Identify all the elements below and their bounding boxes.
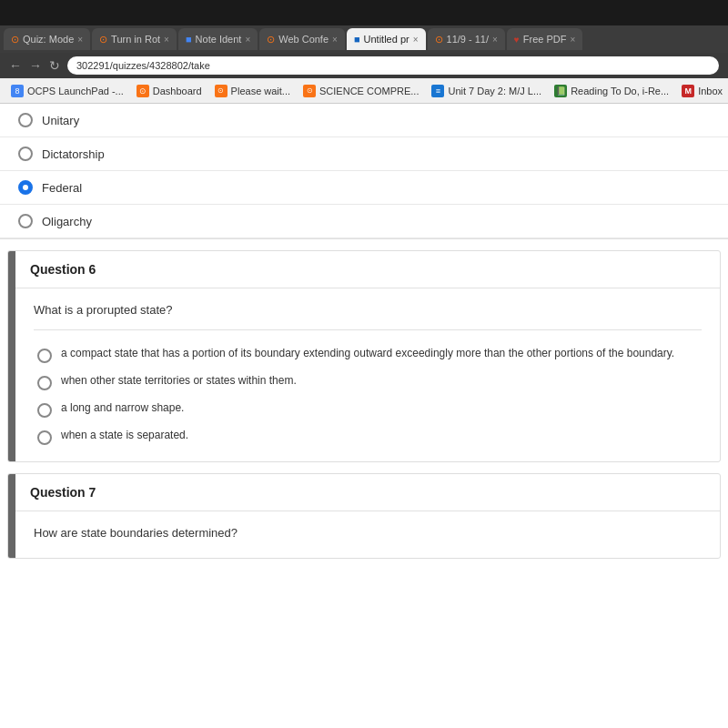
radio-q6-b[interactable]: [37, 376, 52, 390]
tab-web-conf-label: Web Confe: [278, 34, 329, 45]
bookmark-unit7-icon: ≡: [431, 85, 444, 97]
question6-accent: [8, 251, 15, 461]
question6-wrapper: Question 6 What is a prorupted state? a …: [7, 250, 721, 462]
radio-unitary[interactable]: [18, 113, 33, 127]
bookmark-dashboard[interactable]: ⊙ Dashboard: [133, 83, 206, 99]
question6-body: What is a prorupted state? a compact sta…: [15, 288, 720, 461]
question7-text: How are state boundaries determined?: [34, 526, 702, 540]
bookmark-dashboard-icon: ⊙: [136, 85, 149, 97]
tab-note-ident-label: Note Ident: [196, 34, 242, 45]
bookmark-reading-label: Reading To Do, i-Re...: [571, 86, 669, 96]
bookmark-reading[interactable]: 📗 Reading To Do, i-Re...: [551, 83, 672, 99]
prev-question-options: Unitary Dictatorship Federal Oligarchy: [0, 104, 728, 239]
bookmark-inbox-icon: M: [682, 85, 694, 97]
bookmark-please-wait[interactable]: ⊙ Please wait...: [211, 83, 294, 99]
radio-q6-c[interactable]: [37, 403, 52, 418]
option-dictatorship[interactable]: Dictatorship: [0, 137, 728, 171]
tab-quiz-mode[interactable]: ⊙ Quiz: Mode ×: [4, 28, 90, 50]
question7-header: Question 7: [15, 474, 720, 511]
radio-oligarchy[interactable]: [18, 214, 33, 228]
option-unitary[interactable]: Unitary: [0, 104, 728, 137]
bookmark-science-icon: ⊙: [303, 85, 316, 97]
question6-opt-a-label: a compact state that has a portion of it…: [61, 347, 674, 359]
question6-opt-c-label: a long and narrow shape.: [61, 401, 184, 414]
nav-refresh-icon[interactable]: ↻: [49, 58, 60, 73]
question7-accent: [8, 474, 15, 558]
bookmark-unit7[interactable]: ≡ Unit 7 Day 2: M/J L...: [428, 83, 545, 99]
question6-opt-d[interactable]: when a state is separated.: [34, 423, 702, 450]
tab-close-icon2[interactable]: ×: [164, 35, 169, 45]
bookmark-unit7-label: Unit 7 Day 2: M/J L...: [448, 86, 541, 96]
question6-number: Question 6: [30, 262, 96, 277]
tab-close-icon3[interactable]: ×: [245, 35, 250, 45]
tab-close-icon4[interactable]: ×: [332, 35, 338, 45]
nav-back-icon[interactable]: ←: [9, 58, 22, 73]
tab-quiz-mode-label: Quiz: Mode: [23, 34, 74, 45]
option-federal[interactable]: Federal: [0, 171, 728, 205]
question6-header: Question 6: [15, 251, 720, 288]
tab-turn-in-rot[interactable]: ⊙ Turn in Rot ×: [92, 28, 177, 50]
tab-free-pdf[interactable]: ♥ Free PDF ×: [507, 28, 582, 50]
radio-q6-a[interactable]: [37, 349, 52, 363]
bookmark-dashboard-label: Dashboard: [153, 86, 202, 96]
tab-turn-in-rot-label: Turn in Rot: [111, 34, 160, 45]
browser-tabs: ⊙ Quiz: Mode × ⊙ Turn in Rot × ■ Note Id…: [0, 25, 728, 53]
question6-opt-a[interactable]: a compact state that has a portion of it…: [34, 341, 702, 369]
tab-untitled[interactable]: ■ Untitled pr ×: [347, 28, 426, 50]
tab-close-icon[interactable]: ×: [77, 35, 83, 45]
question7-body: How are state boundaries determined?: [15, 511, 720, 558]
question6-opt-b-label: when other state territories or states w…: [61, 374, 297, 387]
option-federal-label: Federal: [42, 181, 82, 195]
tab-11-9[interactable]: ⊙ 11/9 - 11/ ×: [428, 28, 505, 50]
os-bar: [0, 0, 728, 25]
bookmark-inbox-label: Inbox: [698, 86, 723, 96]
tab-web-conf[interactable]: ⊙ Web Confe ×: [259, 28, 345, 50]
tab-free-pdf-label: Free PDF: [523, 34, 567, 45]
question6-content: Question 6 What is a prorupted state? a …: [15, 251, 720, 461]
bookmark-ocps-icon: 8: [11, 85, 24, 97]
address-bar: ← → ↻: [0, 53, 728, 78]
radio-q6-d[interactable]: [37, 430, 52, 445]
question6-opt-d-label: when a state is separated.: [61, 429, 188, 441]
option-oligarchy[interactable]: Oligarchy: [0, 205, 728, 238]
question7-number: Question 7: [30, 485, 96, 500]
nav-forward-icon[interactable]: →: [29, 58, 42, 73]
bookmark-science-label: SCIENCE COMPRE...: [319, 86, 419, 96]
tab-note-ident[interactable]: ■ Note Ident ×: [178, 28, 258, 50]
quiz-container: Unitary Dictatorship Federal Oligarchy: [0, 104, 728, 559]
bookmark-science[interactable]: ⊙ SCIENCE COMPRE...: [299, 83, 422, 99]
bookmarks-bar: 8 OCPS LaunchPad -... ⊙ Dashboard ⊙ Plea…: [0, 78, 728, 104]
question6-text: What is a prorupted state?: [34, 303, 702, 317]
bookmark-reading-icon: 📗: [554, 85, 567, 97]
question6-opt-c[interactable]: a long and narrow shape.: [34, 396, 702, 423]
question7-block: Question 7 How are state boundaries dete…: [7, 473, 721, 559]
bookmark-please-wait-label: Please wait...: [231, 86, 290, 96]
url-input[interactable]: [67, 56, 719, 75]
tab-close-icon5[interactable]: ×: [413, 35, 419, 45]
bookmark-ocps[interactable]: 8 OCPS LaunchPad -...: [7, 83, 127, 99]
question7-wrapper: Question 7 How are state boundaries dete…: [7, 473, 721, 559]
question7-content: Question 7 How are state boundaries dete…: [15, 474, 720, 558]
page-content: Unitary Dictatorship Federal Oligarchy: [0, 104, 728, 728]
bookmark-inbox[interactable]: M Inbox: [678, 83, 726, 99]
bookmark-please-wait-icon: ⊙: [215, 85, 228, 97]
option-unitary-label: Unitary: [42, 114, 79, 127]
question6-separator: [34, 329, 702, 330]
tab-close-icon7[interactable]: ×: [570, 35, 575, 45]
question6-block: Question 6 What is a prorupted state? a …: [7, 250, 721, 462]
radio-federal[interactable]: [18, 180, 33, 195]
option-oligarchy-label: Oligarchy: [42, 215, 92, 228]
option-dictatorship-label: Dictatorship: [42, 147, 105, 161]
tab-untitled-label: Untitled pr: [364, 34, 410, 45]
bookmark-ocps-label: OCPS LaunchPad -...: [27, 86, 124, 96]
question6-opt-b[interactable]: when other state territories or states w…: [34, 369, 702, 396]
tab-close-icon6[interactable]: ×: [492, 35, 498, 45]
tab-11-9-label: 11/9 - 11/: [447, 34, 489, 45]
radio-dictatorship[interactable]: [18, 147, 33, 161]
